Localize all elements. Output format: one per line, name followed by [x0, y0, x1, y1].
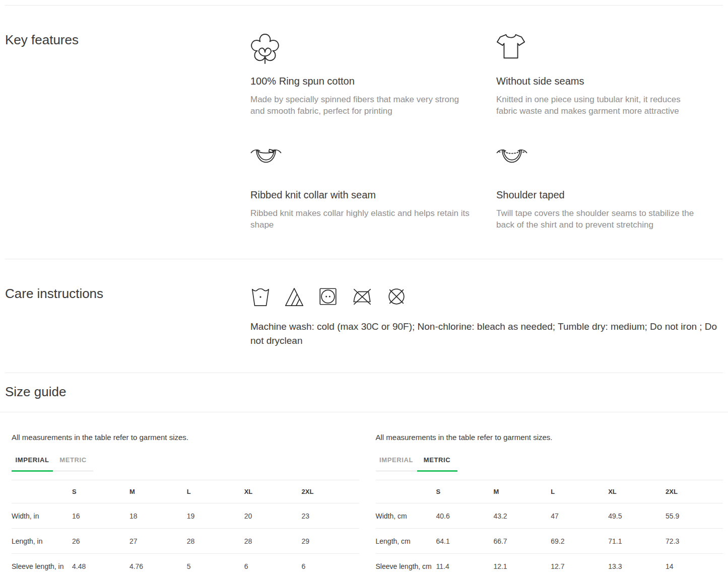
care-instructions-text: Machine wash: cold (max 30C or 90F); Non…: [250, 320, 728, 348]
table-row: Sleeve length, in 4.48 4.76 5 6 6: [12, 554, 359, 579]
shoulder-tape-icon: [496, 146, 702, 175]
tab-metric[interactable]: METRIC: [417, 456, 457, 472]
table-row: Width, cm 40.6 43.2 47 49.5 55.9: [376, 503, 723, 529]
size-guide-title: Size guide: [0, 373, 728, 412]
cell: 40.6: [436, 503, 494, 529]
cell: 14: [666, 554, 723, 579]
feature-shoulder-taped: Shoulder taped Twill tape covers the sho…: [496, 146, 728, 231]
tab-imperial[interactable]: IMPERIAL: [12, 456, 53, 472]
table-row: Width, in 16 18 19 20 23: [12, 503, 359, 529]
row-label: Sleeve length, cm: [376, 554, 436, 579]
tshirt-icon: [496, 32, 702, 61]
cell: 27: [129, 529, 187, 554]
table-row: Length, in 26 27 28 28 29: [12, 529, 359, 554]
row-label: Length, cm: [376, 529, 436, 554]
row-label: Sleeve length, in: [12, 554, 72, 579]
key-features-grid: 100% Ring spun cotton Made by specially …: [250, 32, 728, 231]
tab-imperial[interactable]: IMPERIAL: [376, 456, 417, 472]
care-instructions-title: Care instructions: [0, 286, 250, 348]
feature-without-side-seams: Without side seams Knitted in one piece …: [496, 32, 728, 117]
cell: 4.48: [72, 554, 129, 579]
cell: 6: [244, 554, 302, 579]
feature-description: Made by specially spinned fibers that ma…: [250, 94, 470, 117]
cell: 18: [129, 503, 187, 529]
row-label: Width, cm: [376, 503, 436, 529]
table-row: Sleeve length, cm 11.4 12.1 12.7 13.3 14: [376, 554, 723, 579]
cell: 29: [302, 529, 359, 554]
table-header-row: S M L XL 2XL: [376, 480, 723, 503]
row-label: Width, in: [12, 503, 72, 529]
tab-metric[interactable]: METRIC: [53, 456, 93, 472]
feature-title: Without side seams: [496, 76, 702, 87]
col-header: 2XL: [666, 480, 723, 503]
row-label: Length, in: [12, 529, 72, 554]
machine-wash-icon: [250, 286, 271, 309]
cell: 5: [187, 554, 244, 579]
table-row: Length, cm 64.1 66.7 69.2 71.1 72.3: [376, 529, 723, 554]
cell: 66.7: [493, 529, 551, 554]
cell: 20: [244, 503, 302, 529]
ribbed-collar-icon: [250, 146, 470, 175]
col-header: 2XL: [302, 480, 359, 503]
cell: 72.3: [666, 529, 723, 554]
cell: 64.1: [436, 529, 494, 554]
col-header: L: [551, 480, 608, 503]
do-not-iron-icon: [352, 286, 373, 309]
cell: 12.1: [493, 554, 551, 579]
feature-title: 100% Ring spun cotton: [250, 76, 470, 87]
col-header: [12, 480, 72, 503]
cell: 6: [302, 554, 359, 579]
col-header: L: [187, 480, 244, 503]
feature-ring-spun-cotton: 100% Ring spun cotton Made by specially …: [250, 32, 496, 117]
non-chlorine-bleach-icon: [284, 286, 304, 309]
cell: 28: [187, 529, 244, 554]
col-header: XL: [244, 480, 302, 503]
cell: 13.3: [608, 554, 666, 579]
care-instructions-section: Care instructions: [0, 259, 728, 348]
cell: 12.7: [551, 554, 608, 579]
size-guide-tables: All measurements in the table refer to g…: [0, 412, 728, 579]
col-header: S: [436, 480, 494, 503]
col-header: M: [129, 480, 187, 503]
feature-description: Twill tape covers the shoulder seams to …: [496, 207, 702, 231]
cell: 43.2: [493, 503, 551, 529]
cell: 71.1: [608, 529, 666, 554]
metric-table-panel: All measurements in the table refer to g…: [364, 412, 728, 579]
cell: 26: [72, 529, 129, 554]
col-header: [376, 480, 436, 503]
key-features-section: Key features 100% Ring spun cotton Made …: [0, 6, 728, 231]
cell: 47: [551, 503, 608, 529]
measurements-note: All measurements in the table refer to g…: [12, 433, 359, 442]
col-header: S: [72, 480, 129, 503]
cell: 28: [244, 529, 302, 554]
do-not-dryclean-icon: [386, 286, 407, 309]
cell: 23: [302, 503, 359, 529]
cell: 11.4: [436, 554, 494, 579]
feature-description: Knitted in one piece using tubular knit,…: [496, 94, 702, 117]
feature-description: Ribbed knit makes collar highly elastic …: [250, 207, 470, 231]
care-instructions-content: Machine wash: cold (max 30C or 90F); Non…: [250, 286, 728, 348]
unit-tabs: IMPERIAL METRIC: [376, 456, 723, 472]
key-features-title: Key features: [0, 32, 250, 231]
cell: 49.5: [608, 503, 666, 529]
imperial-size-table: S M L XL 2XL Width, in 16 18 19 20 23: [12, 480, 359, 579]
cell: 16: [72, 503, 129, 529]
col-header: XL: [608, 480, 666, 503]
feature-title: Ribbed knit collar with seam: [250, 189, 470, 201]
imperial-table-panel: All measurements in the table refer to g…: [0, 412, 364, 579]
cotton-icon: [250, 32, 470, 61]
tumble-dry-icon: [318, 286, 338, 309]
cell: 55.9: [666, 503, 723, 529]
unit-tabs: IMPERIAL METRIC: [12, 456, 359, 472]
metric-size-table: S M L XL 2XL Width, cm 40.6 43.2 47 49.5: [376, 480, 723, 579]
cell: 69.2: [551, 529, 608, 554]
col-header: M: [493, 480, 551, 503]
table-header-row: S M L XL 2XL: [12, 480, 359, 503]
measurements-note: All measurements in the table refer to g…: [376, 433, 723, 442]
care-icons-row: [250, 286, 728, 307]
feature-ribbed-collar: Ribbed knit collar with seam Ribbed knit…: [250, 146, 496, 231]
feature-title: Shoulder taped: [496, 189, 702, 201]
product-details-page: Key features 100% Ring spun cotton Made …: [0, 0, 728, 584]
cell: 4.76: [129, 554, 187, 579]
cell: 19: [187, 503, 244, 529]
